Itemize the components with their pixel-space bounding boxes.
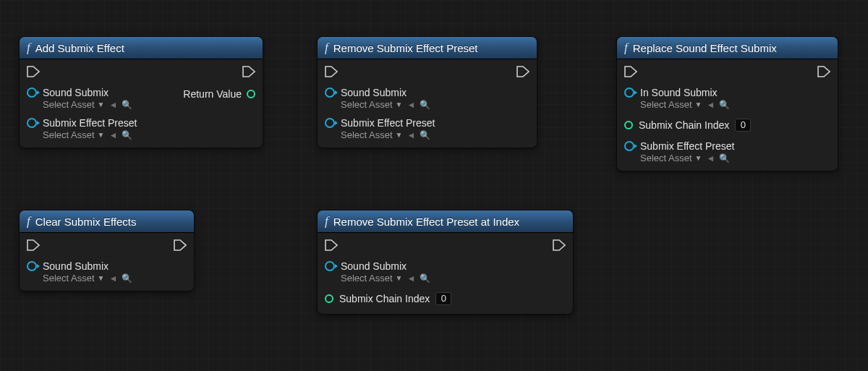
use-selected-icon[interactable]: ◄ bbox=[109, 273, 117, 283]
pin-label: Submix Chain Index bbox=[339, 293, 430, 304]
use-selected-icon[interactable]: ◄ bbox=[407, 130, 415, 140]
use-selected-icon[interactable]: ◄ bbox=[109, 130, 117, 140]
node-body: Sound Submix Select Asset ▼ ◄ 🔍 Submix C… bbox=[318, 233, 573, 314]
browse-icon[interactable]: 🔍 bbox=[719, 153, 730, 163]
browse-icon[interactable]: 🔍 bbox=[122, 273, 132, 283]
object-pin[interactable] bbox=[325, 88, 335, 98]
use-selected-icon[interactable]: ◄ bbox=[706, 153, 715, 163]
object-pin[interactable] bbox=[325, 261, 335, 271]
exec-out-pin[interactable] bbox=[242, 66, 255, 77]
node-body: In Sound Submix Select Asset ▼ ◄ 🔍 Submi… bbox=[617, 59, 838, 171]
object-pin[interactable] bbox=[27, 261, 37, 271]
node-header[interactable]: f Remove Submix Effect Preset at Index bbox=[318, 210, 573, 233]
exec-in-pin[interactable] bbox=[624, 66, 637, 77]
pin-label: Return Value bbox=[183, 88, 242, 100]
use-selected-icon[interactable]: ◄ bbox=[407, 273, 415, 283]
exec-out-pin[interactable] bbox=[553, 239, 566, 251]
chevron-down-icon: ▼ bbox=[695, 154, 702, 162]
chevron-down-icon: ▼ bbox=[98, 101, 105, 108]
exec-out-pin[interactable] bbox=[516, 66, 529, 77]
node-replace-sound-effect-submix[interactable]: f Replace Sound Effect Submix In bbox=[616, 36, 838, 171]
asset-picker[interactable]: Select Asset ▼ bbox=[341, 129, 402, 140]
node-title: Remove Submix Effect Preset bbox=[333, 42, 478, 54]
function-icon: f bbox=[27, 214, 30, 229]
node-add-submix-effect[interactable]: f Add Submix Effect Sound Submix bbox=[19, 36, 263, 148]
node-clear-submix-effects[interactable]: f Clear Submix Effects Sound Sub bbox=[19, 210, 195, 291]
node-title: Add Submix Effect bbox=[35, 42, 124, 54]
node-body: Sound Submix Select Asset ▼ ◄ 🔍 bbox=[20, 233, 194, 291]
asset-picker[interactable]: Select Asset ▼ bbox=[341, 99, 402, 110]
function-icon: f bbox=[624, 40, 628, 55]
pin-label: Sound Submix bbox=[341, 260, 407, 272]
function-icon: f bbox=[27, 40, 30, 55]
node-title: Replace Sound Effect Submix bbox=[633, 42, 777, 54]
node-body: Sound Submix Select Asset ▼ ◄ 🔍 Return V… bbox=[20, 59, 263, 148]
pin-label: Submix Effect Preset bbox=[43, 117, 137, 129]
asset-picker[interactable]: Select Asset ▼ bbox=[43, 129, 104, 140]
pin-label: Submix Effect Preset bbox=[640, 140, 734, 152]
pin-label: Sound Submix bbox=[341, 87, 407, 98]
browse-icon[interactable]: 🔍 bbox=[420, 100, 430, 110]
node-body: Sound Submix Select Asset ▼ ◄ 🔍 bbox=[318, 59, 537, 148]
int-input[interactable]: 0 bbox=[735, 119, 751, 132]
use-selected-icon[interactable]: ◄ bbox=[407, 100, 415, 110]
browse-icon[interactable]: 🔍 bbox=[420, 273, 430, 283]
int-pin-out[interactable] bbox=[247, 90, 255, 98]
pin-label: In Sound Submix bbox=[640, 87, 718, 98]
object-pin[interactable] bbox=[624, 88, 634, 98]
chevron-down-icon: ▼ bbox=[98, 274, 105, 282]
node-remove-submix-effect-preset[interactable]: f Remove Submix Effect Preset So bbox=[317, 36, 537, 148]
asset-picker[interactable]: Select Asset ▼ bbox=[640, 153, 702, 163]
pin-label: Sound Submix bbox=[43, 87, 109, 98]
object-pin[interactable] bbox=[27, 118, 37, 128]
asset-picker[interactable]: Select Asset ▼ bbox=[43, 273, 104, 283]
chevron-down-icon: ▼ bbox=[396, 131, 403, 139]
object-pin[interactable] bbox=[27, 88, 37, 98]
exec-in-pin[interactable] bbox=[27, 66, 40, 77]
chevron-down-icon: ▼ bbox=[396, 274, 403, 282]
node-title: Clear Submix Effects bbox=[35, 216, 137, 228]
int-pin[interactable] bbox=[325, 294, 333, 303]
pin-label: Submix Chain Index bbox=[639, 119, 729, 131]
chevron-down-icon: ▼ bbox=[396, 101, 403, 108]
asset-picker[interactable]: Select Asset ▼ bbox=[341, 273, 402, 283]
use-selected-icon[interactable]: ◄ bbox=[109, 100, 117, 110]
node-header[interactable]: f Remove Submix Effect Preset bbox=[318, 37, 537, 59]
browse-icon[interactable]: 🔍 bbox=[122, 100, 132, 110]
exec-out-pin[interactable] bbox=[174, 239, 187, 251]
object-pin[interactable] bbox=[325, 118, 335, 128]
int-input[interactable]: 0 bbox=[435, 292, 451, 305]
node-header[interactable]: f Replace Sound Effect Submix bbox=[617, 37, 838, 59]
int-pin[interactable] bbox=[624, 121, 633, 129]
browse-icon[interactable]: 🔍 bbox=[122, 130, 132, 140]
exec-out-pin[interactable] bbox=[817, 66, 830, 77]
function-icon: f bbox=[325, 214, 328, 229]
use-selected-icon[interactable]: ◄ bbox=[706, 100, 715, 110]
asset-picker[interactable]: Select Asset ▼ bbox=[640, 99, 702, 110]
function-icon: f bbox=[325, 40, 328, 55]
pin-label: Submix Effect Preset bbox=[341, 117, 435, 129]
node-title: Remove Submix Effect Preset at Index bbox=[333, 216, 519, 228]
exec-in-pin[interactable] bbox=[325, 239, 338, 251]
object-pin[interactable] bbox=[624, 141, 634, 151]
exec-in-pin[interactable] bbox=[325, 66, 338, 77]
node-header[interactable]: f Add Submix Effect bbox=[20, 37, 263, 59]
chevron-down-icon: ▼ bbox=[98, 131, 105, 139]
chevron-down-icon: ▼ bbox=[695, 101, 702, 108]
asset-picker[interactable]: Select Asset ▼ bbox=[43, 99, 104, 110]
node-remove-submix-effect-preset-at-index[interactable]: f Remove Submix Effect Preset at Index bbox=[317, 210, 574, 315]
browse-icon[interactable]: 🔍 bbox=[420, 130, 430, 140]
pin-label: Sound Submix bbox=[43, 260, 109, 272]
exec-in-pin[interactable] bbox=[27, 239, 40, 251]
browse-icon[interactable]: 🔍 bbox=[719, 100, 730, 110]
node-header[interactable]: f Clear Submix Effects bbox=[20, 210, 194, 233]
